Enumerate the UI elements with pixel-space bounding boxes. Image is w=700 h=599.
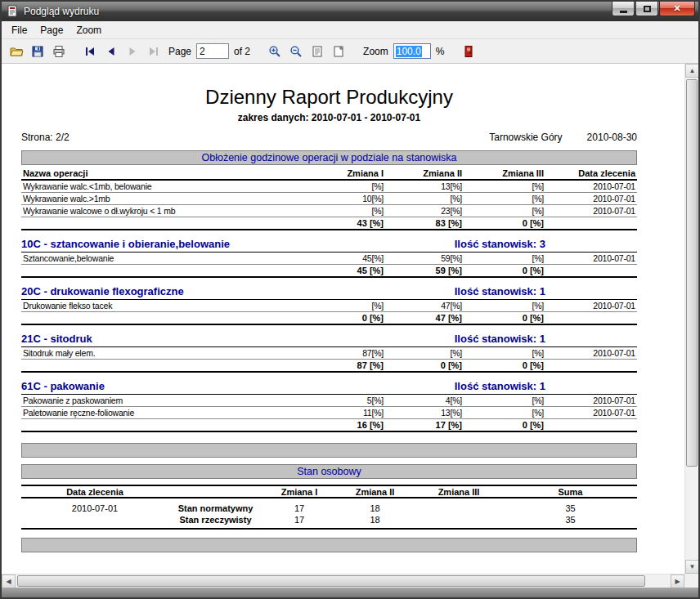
- horizontal-scroll-thumb[interactable]: [17, 575, 645, 587]
- cell: 17: [262, 503, 336, 513]
- window-title: Podgląd wydruku: [24, 6, 612, 17]
- col-order-date: Data zlecenia: [21, 487, 168, 497]
- printer-icon: [52, 45, 65, 58]
- close-button[interactable]: ✕: [659, 2, 695, 16]
- staff-table: Data zlecenia Zmiana I Zmiana II Zmiana …: [21, 485, 637, 530]
- col-shift2: Zmiana II: [384, 168, 462, 178]
- operation-row: Pakowanie z paskowaniem5[%]4[%][%]2010-0…: [21, 395, 637, 407]
- vertical-scrollbar[interactable]: ▲ ▼: [684, 64, 698, 574]
- exit-preview-button[interactable]: [459, 42, 478, 61]
- staff-table-body: 2010-07-01Stan normatywny171835Stan rzec…: [21, 498, 637, 530]
- page-setup-icon: [311, 45, 324, 58]
- cell: [%]: [310, 301, 384, 311]
- print-preview-window: Podgląd wydruku ✕ File Page Zoom: [0, 0, 700, 599]
- totals-row: 87 [%]0 [%]0 [%]: [21, 360, 637, 373]
- scroll-down-button[interactable]: ▼: [685, 560, 698, 574]
- cell: [%]: [462, 301, 544, 311]
- cell: 83 [%]: [384, 218, 462, 228]
- group-header-row: 10C - sztancowanie i obieranie,belowanie…: [21, 236, 637, 253]
- cell: [%]: [462, 194, 544, 203]
- report-date: 2010-08-30: [587, 132, 637, 143]
- cell: 17: [262, 515, 336, 525]
- cell: [%]: [462, 253, 544, 263]
- titlebar[interactable]: Podgląd wydruku ✕: [2, 2, 698, 21]
- first-page-button[interactable]: [80, 42, 100, 61]
- operations-section-title: Obłożenie godzinowe operacji w podziale …: [202, 152, 457, 163]
- next-page-icon: [126, 45, 139, 58]
- window-frame-bottom: [2, 588, 698, 597]
- menu-zoom[interactable]: Zoom: [70, 22, 108, 38]
- group-station-count: Ilość stanowisk: 1: [455, 285, 545, 297]
- app-icon: [7, 5, 20, 18]
- totals-row: 43 [%]83 [%]0 [%]: [21, 217, 637, 230]
- page-setup-button[interactable]: [307, 42, 327, 61]
- save-button[interactable]: [28, 42, 47, 61]
- cell: 45[%]: [310, 253, 384, 263]
- prev-page-icon: [105, 45, 118, 58]
- totals-row: 0 [%]47 [%]0 [%]: [21, 312, 637, 325]
- report-location: Tarnowskie Góry: [489, 132, 562, 143]
- cell: [%]: [310, 181, 384, 191]
- cell: [%]: [462, 408, 544, 418]
- col-name: Nazwa operacji: [23, 168, 310, 178]
- col-sum: Suma: [504, 487, 637, 497]
- cell: Sztancowanie,belowanie: [23, 253, 310, 263]
- prev-page-button[interactable]: [101, 42, 121, 61]
- report-page: Dzienny Raport Produkcyjny zakres danych…: [2, 64, 684, 574]
- cell: 0 [%]: [462, 266, 544, 275]
- maximize-button[interactable]: [635, 2, 658, 16]
- cell: 45 [%]: [310, 266, 384, 275]
- open-button[interactable]: [7, 42, 26, 61]
- cell: [%]: [462, 181, 544, 191]
- cell: 23[%]: [384, 206, 462, 216]
- cell: 18: [336, 503, 414, 513]
- cell: 2010-07-01: [544, 301, 635, 311]
- scroll-right-button[interactable]: ▶: [671, 574, 684, 588]
- menubar: File Page Zoom: [2, 21, 698, 39]
- scroll-up-button[interactable]: ▲: [685, 64, 698, 78]
- zoom-in-button[interactable]: [265, 42, 285, 61]
- cell: Paletowanie ręczne-foliowanie: [23, 408, 310, 418]
- scrollbar-corner: [684, 574, 698, 588]
- whole-page-button[interactable]: [329, 42, 348, 61]
- minimize-icon: [620, 11, 627, 13]
- cell: [%]: [384, 194, 462, 203]
- cell: Stan rzeczywisty: [168, 515, 262, 525]
- separator-bar: [21, 538, 637, 552]
- horizontal-scrollbar[interactable]: ◀ ▶: [2, 574, 684, 588]
- print-button[interactable]: [49, 42, 69, 61]
- cell: 2010-07-01: [544, 396, 635, 405]
- group-header-row: 61C - pakowanieIlość stanowisk: 1: [21, 378, 637, 395]
- cell: 35: [504, 515, 637, 525]
- page-number-input[interactable]: [196, 43, 229, 59]
- group-station-count: Ilość stanowisk: 3: [455, 238, 545, 250]
- cell: 18: [336, 515, 414, 525]
- zoom-out-button[interactable]: [286, 42, 306, 61]
- cell: 0 [%]: [462, 360, 544, 370]
- vertical-scroll-thumb[interactable]: [686, 79, 698, 467]
- scroll-left-button[interactable]: ◀: [2, 574, 16, 588]
- cell: Sitodruk mały elem.: [23, 348, 310, 358]
- cell: 11[%]: [310, 408, 384, 418]
- zoom-in-icon: [268, 45, 281, 58]
- cell: 47 [%]: [384, 313, 462, 323]
- group-header-row: 20C - drukowanie flexograficzneIlość sta…: [21, 284, 637, 300]
- last-page-button[interactable]: [144, 42, 164, 61]
- zoom-out-icon: [289, 45, 303, 58]
- report-title: Dzienny Raport Produkcyjny: [21, 85, 637, 110]
- operation-row: Sitodruk mały elem.87[%][%][%]2010-07-01: [21, 347, 637, 360]
- minimize-button[interactable]: [612, 2, 635, 16]
- menu-file[interactable]: File: [5, 22, 34, 38]
- last-page-icon: [147, 45, 160, 58]
- col-shift3: Zmiana III: [414, 487, 504, 497]
- operation-row: Drukowanie flekso tacek[%]47[%][%]2010-0…: [21, 300, 637, 312]
- cell: 2010-07-01: [544, 348, 635, 358]
- col-order-date: Data zlecenia: [544, 168, 635, 178]
- zoom-value-input[interactable]: 100.0: [393, 43, 431, 59]
- next-page-button[interactable]: [123, 42, 142, 61]
- operation-row: Paletowanie ręczne-foliowanie11[%]13[%][…: [21, 407, 637, 419]
- cell: 0 [%]: [462, 420, 544, 430]
- menu-page[interactable]: Page: [34, 22, 70, 38]
- page-label: Page: [168, 46, 191, 57]
- cell: 17 [%]: [384, 420, 462, 430]
